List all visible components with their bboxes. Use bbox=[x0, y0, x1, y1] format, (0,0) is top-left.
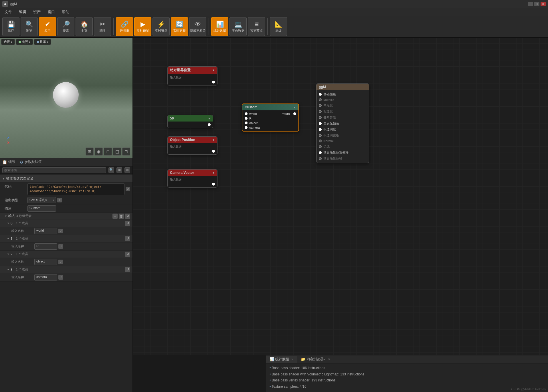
toolbar-realtime-update[interactable]: 🔄 实时更新 bbox=[171, 17, 188, 36]
tab-stats[interactable]: 📊 统计数据 ✕ bbox=[266, 356, 297, 363]
display-dot bbox=[37, 41, 39, 43]
material-section-header[interactable]: 材质表达式自定义 bbox=[0, 175, 132, 182]
desc-input[interactable]: Custom bbox=[27, 205, 56, 212]
viewport-icon-btn-3[interactable]: □ bbox=[104, 148, 112, 156]
input-1-name-input[interactable]: R bbox=[34, 243, 57, 250]
grid-view-button[interactable]: ⊞ bbox=[116, 167, 122, 173]
viewport-icon-btn-1[interactable]: ⊞ bbox=[86, 148, 94, 156]
ggm-base-color-pin[interactable] bbox=[319, 93, 322, 96]
node-50-output-pin[interactable] bbox=[208, 123, 211, 126]
toolbar-save[interactable]: 💾 保存 bbox=[2, 17, 19, 36]
ggm-world-offset-pin[interactable] bbox=[319, 151, 322, 154]
ggm-metallic-pin[interactable] bbox=[319, 98, 322, 101]
node-obj-pos[interactable]: Object Position ▼ 输入数据 bbox=[167, 136, 217, 155]
menu-file[interactable]: 文件 bbox=[1, 8, 15, 16]
input-2-name-input[interactable]: object bbox=[34, 259, 57, 265]
output-type-select[interactable]: CMOT浮点4 bbox=[27, 197, 56, 203]
output-type-reset[interactable]: ↺ bbox=[57, 198, 62, 202]
toolbar-realtime-preview[interactable]: ▶ 实时预览 bbox=[134, 17, 151, 36]
node-cam-vec[interactable]: Camera Vector ▼ 输入数据 bbox=[167, 169, 217, 188]
viewport-icon-btn-5[interactable]: ⊡ bbox=[122, 148, 130, 156]
menu-asset[interactable]: 资产 bbox=[30, 8, 44, 16]
toolbar-preview-node[interactable]: 🖥 预览节点 bbox=[248, 17, 265, 36]
menu-window[interactable]: 窗口 bbox=[44, 8, 58, 16]
custom-return-pin[interactable] bbox=[293, 112, 296, 115]
code-reset-btn[interactable]: ↺ bbox=[126, 187, 130, 191]
input-0-reset[interactable]: ↺ bbox=[125, 221, 130, 226]
inputs-section-header[interactable]: ▼ 输入 4 数组元素 + 🗑 ↺ bbox=[0, 213, 132, 220]
node-editor[interactable]: 绝对世界位置 ▼ 输入数据 50 ▼ bbox=[133, 38, 548, 355]
input-1-header[interactable]: ▼ 1 1 个成员 ↺ bbox=[0, 235, 132, 242]
code-editor[interactable]: #include "D:/GameProject/studyProject/ A… bbox=[27, 183, 124, 195]
tab-detail[interactable]: 📋 细节 bbox=[2, 160, 15, 164]
toolbar-platform-data[interactable]: 💻 平台数据 bbox=[230, 17, 247, 36]
ggm-anisotropy-pin[interactable] bbox=[319, 116, 322, 119]
input-3-header[interactable]: ▼ 3 1 个成员 ↺ bbox=[0, 266, 132, 273]
ggm-world-disp-pin[interactable] bbox=[319, 157, 322, 160]
viewport-display-btn[interactable]: 显示 bbox=[34, 39, 51, 45]
viewport-icon-btn-2[interactable]: ◉ bbox=[95, 148, 103, 156]
toolbar-connector[interactable]: 🔗 连接器 bbox=[116, 17, 133, 36]
stats-tab-close[interactable]: ✕ bbox=[291, 358, 294, 361]
ggm-opacity-pin[interactable] bbox=[319, 128, 322, 131]
toolbar-search[interactable]: 🔎 搜索 bbox=[57, 17, 74, 36]
toolbar-stats[interactable]: 📊 统计数据 bbox=[211, 17, 228, 36]
viewport-lighting-btn[interactable]: 光照 bbox=[16, 39, 33, 45]
obj-pos-output-pin[interactable] bbox=[212, 150, 215, 153]
tab-content-browser[interactable]: 📁 内容浏览器2 ✕ bbox=[297, 356, 334, 363]
custom-r-input-pin[interactable] bbox=[245, 117, 248, 120]
input-0-name-reset[interactable]: ↺ bbox=[58, 229, 63, 233]
custom-camera-input-pin[interactable] bbox=[245, 126, 248, 129]
custom-object-input-pin[interactable] bbox=[245, 122, 248, 124]
delete-input-btn[interactable]: 🗑 bbox=[119, 214, 124, 219]
input-1-name-reset[interactable]: ↺ bbox=[58, 244, 63, 249]
input-2-header[interactable]: ▼ 2 1 个成员 ↺ bbox=[0, 251, 132, 258]
input-2-name-reset[interactable]: ↺ bbox=[58, 260, 63, 264]
viewport-bottom-buttons[interactable]: ⊞ ◉ □ ◫ ⊡ bbox=[86, 148, 130, 156]
cam-vec-output-pin[interactable] bbox=[212, 183, 215, 186]
menu-help[interactable]: 帮助 bbox=[58, 8, 73, 16]
node-abs-world[interactable]: 绝对世界位置 ▼ 输入数据 bbox=[167, 66, 217, 85]
ggm-normal-pin[interactable] bbox=[319, 140, 322, 142]
ggm-opacity-mask-pin[interactable] bbox=[319, 134, 322, 137]
abs-world-output-pin[interactable] bbox=[212, 81, 215, 83]
input-1-reset[interactable]: ↺ bbox=[125, 236, 130, 241]
toolbar-apply[interactable]: ✔ 应用 bbox=[39, 17, 56, 36]
ggm-emissive-pin[interactable] bbox=[319, 122, 322, 125]
add-input-btn[interactable]: + bbox=[112, 214, 118, 219]
viewport[interactable]: 透视 光照 显示 Z X ⊞ ◉ □ ◫ ⊡ bbox=[0, 38, 132, 158]
input-3-name-reset[interactable]: ↺ bbox=[58, 275, 63, 280]
input-3-name-input[interactable]: camera bbox=[34, 274, 57, 280]
window-controls[interactable]: ─ □ ✕ bbox=[528, 2, 546, 6]
input-0-name-input[interactable]: world bbox=[34, 228, 57, 234]
search-input[interactable] bbox=[2, 167, 106, 173]
menu-edit[interactable]: 编辑 bbox=[15, 8, 30, 16]
toolbar-level[interactable]: 📐 层级 bbox=[270, 17, 287, 36]
toolbar-realtime-node[interactable]: ⚡ 实时节点 bbox=[153, 17, 170, 36]
eye-button[interactable]: 👁 bbox=[124, 167, 130, 173]
input-3-reset[interactable]: ↺ bbox=[125, 267, 130, 272]
input-2-reset[interactable]: ↺ bbox=[125, 252, 130, 257]
ggm-specular-pin[interactable] bbox=[319, 104, 322, 107]
reset-inputs-btn[interactable]: ↺ bbox=[125, 214, 130, 219]
input-0-header[interactable]: ▼ 0 1 个成员 ↺ bbox=[0, 220, 132, 227]
node-ggm[interactable]: ggM 基础颜色 Metallic 高光度 bbox=[316, 83, 369, 163]
toolbar-home[interactable]: 🏠 主页 bbox=[76, 17, 93, 36]
toolbar-clean[interactable]: ✂ 清理 bbox=[94, 17, 111, 36]
custom-world-input-pin[interactable] bbox=[245, 112, 248, 115]
toolbar-hide-unrelated[interactable]: 👁 隐藏不相关 bbox=[189, 17, 206, 36]
minimize-button[interactable]: ─ bbox=[528, 2, 533, 6]
search-button[interactable]: 🔍 bbox=[108, 167, 114, 173]
ggm-tangent-pin[interactable] bbox=[319, 145, 322, 148]
home-icon: 🏠 bbox=[80, 21, 88, 28]
close-button[interactable]: ✕ bbox=[541, 2, 546, 6]
viewport-icon-btn-4[interactable]: ◫ bbox=[113, 148, 121, 156]
tab-params[interactable]: ⚙ 参数默认值 bbox=[20, 160, 42, 164]
ggm-roughness-pin[interactable] bbox=[319, 110, 322, 113]
content-browser-tab-close[interactable]: ✕ bbox=[328, 358, 330, 361]
maximize-button[interactable]: □ bbox=[534, 2, 539, 6]
viewport-perspective-btn[interactable]: 透视 bbox=[1, 39, 15, 45]
node-custom[interactable]: Custom ▲ world return R bbox=[242, 104, 299, 132]
toolbar-browse[interactable]: 🔍 浏览 bbox=[21, 17, 38, 36]
node-50[interactable]: 50 ▼ bbox=[167, 115, 213, 128]
